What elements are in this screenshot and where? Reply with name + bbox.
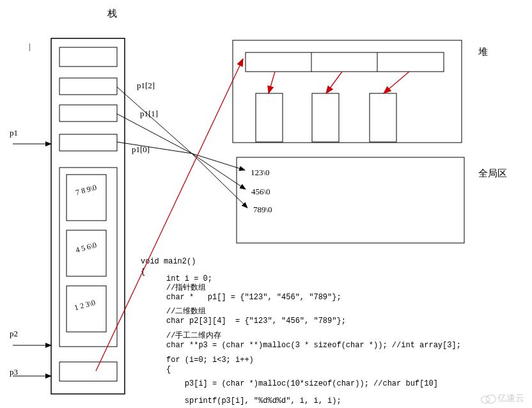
fan-to-456 xyxy=(192,153,246,189)
code-fn: void main2() xyxy=(141,256,196,267)
svg-line-4 xyxy=(117,114,192,153)
code-l7: char **p3 = (char **)malloc(3 * sizeof(c… xyxy=(166,340,461,351)
p1-0-cell xyxy=(59,134,117,151)
svg-rect-0 xyxy=(59,47,117,67)
p1-1-label: p1[1] xyxy=(140,109,158,119)
p1-2-cell xyxy=(59,78,117,95)
p2-label: p2 xyxy=(10,329,18,339)
p1-label: p1 xyxy=(10,128,18,138)
heap-block-1 xyxy=(312,93,339,142)
stack-cell-c-text: 1 2 3\0 xyxy=(74,298,97,313)
svg-line-3 xyxy=(117,87,192,153)
global-str-2: 456\0 xyxy=(251,187,270,197)
watermark-text: 亿速云 xyxy=(497,393,524,404)
heap-box xyxy=(233,40,462,143)
p3-label: p3 xyxy=(10,367,18,377)
p2-row-2 xyxy=(66,175,106,221)
stack-cell-b-text: 4 5 6\0 xyxy=(75,240,98,255)
p1-2-label: p1[2] xyxy=(137,81,155,91)
stack-cell-a-text: 7 8 9\0 xyxy=(75,183,98,198)
stack-box xyxy=(51,38,125,394)
code-l3: char * p1[] = {"123", "456", "789"}; xyxy=(166,292,341,303)
code-l8: for (i=0; i<3; i++) xyxy=(166,354,254,366)
heap-ptr-array xyxy=(246,52,444,72)
heap-block-2 xyxy=(370,93,396,142)
p1-0-label: p1[0] xyxy=(132,145,150,155)
top-mark: | xyxy=(29,42,31,52)
code-l5: char p2[3][4] = {"123", "456", "789"}; xyxy=(166,315,346,327)
global-box xyxy=(237,157,464,243)
heap-block-0 xyxy=(256,93,283,142)
global-str-1: 123\0 xyxy=(251,168,270,178)
code-brace: { xyxy=(141,266,145,278)
heap-title: 堆 xyxy=(478,46,488,58)
fan-to-789 xyxy=(192,153,247,208)
code-l11: sprintf(p3[i], "%d%d%d", i, i, i); xyxy=(166,395,341,407)
code-l10: p3[i] = (char *)malloc(10*sizeof(char));… xyxy=(166,378,438,389)
global-title: 全局区 xyxy=(478,168,507,180)
p1-1-cell xyxy=(59,105,117,122)
heap-arrow-1 xyxy=(326,72,342,93)
heap-arrow-0 xyxy=(269,72,275,93)
fan-to-123 xyxy=(192,153,245,170)
p2-row-1 xyxy=(66,230,106,276)
stack-title: 栈 xyxy=(107,8,117,20)
code-l9: { xyxy=(166,364,171,375)
watermark: 亿速云 xyxy=(481,393,524,404)
p3-cell xyxy=(59,362,117,381)
cloud-icon xyxy=(481,393,495,404)
svg-line-5 xyxy=(117,142,192,153)
heap-arrow-2 xyxy=(384,72,409,93)
global-str-3: 789\0 xyxy=(253,205,272,215)
